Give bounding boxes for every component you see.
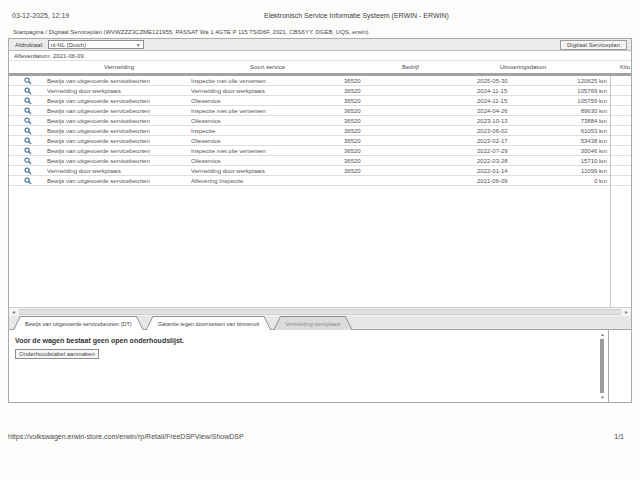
cell-km: 15710 km bbox=[569, 158, 631, 164]
vertical-scrollbar-thumb[interactable] bbox=[600, 339, 604, 393]
row-detail-button[interactable] bbox=[24, 166, 33, 175]
vertical-scrollbar[interactable]: ▲ ▼ bbox=[599, 333, 606, 399]
service-table-body: Bewijs van uitgevoerde servicebeurten In… bbox=[9, 76, 631, 307]
cell-datum: 2024-11-15 bbox=[477, 98, 569, 104]
cell-bedrijf: 36520 bbox=[344, 158, 477, 164]
row-detail-button[interactable] bbox=[24, 146, 33, 155]
delivery-date-value: 2021-06-09 bbox=[53, 53, 84, 59]
row-detail-button[interactable] bbox=[24, 156, 33, 165]
cell-bedrijf: 36520 bbox=[344, 168, 477, 174]
cell-bedrijf: 36520 bbox=[344, 78, 477, 84]
row-detail-button[interactable] bbox=[24, 126, 33, 135]
magnifier-icon bbox=[24, 87, 32, 95]
cell-datum: 2024-04-26 bbox=[477, 108, 569, 114]
cell-bedrijf: 36520 bbox=[344, 88, 477, 94]
table-row: Vermelding door werkplaats Vermelding do… bbox=[9, 86, 631, 96]
cell-km: 0 km bbox=[569, 178, 631, 184]
language-select[interactable]: nl-NL (Dutch) ▼ bbox=[48, 40, 144, 49]
language-select-value: nl-NL (Dutch) bbox=[51, 42, 86, 48]
tab-vermelding-werkplaats[interactable]: Vermelding werkplaats bbox=[273, 316, 352, 330]
cell-vermelding: Bewijs van uitgevoerde servicebeurten bbox=[47, 108, 191, 114]
cell-km: 30046 km bbox=[569, 148, 631, 154]
horizontal-scrollbar-thumb[interactable] bbox=[19, 309, 621, 315]
scroll-right-arrow-icon[interactable]: ► bbox=[624, 309, 629, 316]
cell-km: 11099 km bbox=[569, 168, 631, 174]
magnifier-icon bbox=[24, 107, 32, 115]
table-row: Bewijs van uitgevoerde servicebeurten In… bbox=[9, 126, 631, 136]
cell-vermelding: Bewijs van uitgevoerde servicebeurten bbox=[47, 128, 191, 134]
magnifier-icon bbox=[24, 147, 32, 155]
cell-datum: 2022-07-29 bbox=[477, 148, 569, 154]
serviceplan-frame: Afdruktaal: nl-NL (Dutch) ▼ Digitaal Ser… bbox=[8, 38, 632, 403]
cell-datum: 2023-02-17 bbox=[477, 138, 569, 144]
delivery-date-label: Afleverdatum: bbox=[14, 53, 51, 59]
row-detail-button[interactable] bbox=[24, 86, 33, 95]
cell-datum: 2025-05-30 bbox=[477, 78, 569, 84]
column-header-bedrijf: Bedrijf bbox=[344, 64, 477, 70]
horizontal-scrollbar[interactable]: ◄ ► bbox=[9, 307, 631, 316]
cell-vermelding: Bewijs van uitgevoerde servicebeurten bbox=[47, 118, 191, 124]
table-row: Bewijs van uitgevoerde servicebeurten Ol… bbox=[9, 156, 631, 166]
cell-km: 120625 km bbox=[569, 78, 631, 84]
column-header-soort-service: Soort service bbox=[191, 64, 344, 70]
chevron-down-icon: ▼ bbox=[136, 42, 141, 48]
page-number: 1/1 bbox=[614, 433, 624, 440]
cell-vermelding: Bewijs van uitgevoerde servicebeurten bbox=[47, 138, 191, 144]
table-header-row: Vermelding Soort service Bedrijf Uitvoer… bbox=[9, 61, 631, 76]
language-label: Afdruktaal: bbox=[15, 42, 44, 48]
cell-soort: Vermelding door werkplaats bbox=[191, 88, 344, 94]
cell-datum: 2021-06-09 bbox=[477, 178, 569, 184]
row-detail-button[interactable] bbox=[24, 136, 33, 145]
cell-bedrijf: 36520 bbox=[344, 138, 477, 144]
table-row: Bewijs van uitgevoerde servicebeurten Ol… bbox=[9, 116, 631, 126]
cell-vermelding: Bewijs van uitgevoerde servicebeurten bbox=[47, 158, 191, 164]
scroll-up-arrow-icon[interactable]: ▲ bbox=[599, 332, 606, 337]
table-row: Bewijs van uitgevoerde servicebeurten Ol… bbox=[9, 136, 631, 146]
row-detail-button[interactable] bbox=[24, 106, 33, 115]
cell-km: 53438 km bbox=[569, 138, 631, 144]
table-row: Bewijs van uitgevoerde servicebeurten Af… bbox=[9, 176, 631, 186]
cell-datum: 2023-10-13 bbox=[477, 118, 569, 124]
cell-vermelding: Bewijs van uitgevoerde servicebeurten bbox=[47, 78, 191, 84]
table-rows: Bewijs van uitgevoerde servicebeurten In… bbox=[9, 76, 631, 186]
create-maintenance-table-button[interactable]: Onderhoudstabel aanmaken bbox=[15, 349, 99, 359]
scroll-left-arrow-icon[interactable]: ◄ bbox=[11, 309, 16, 316]
row-detail-button[interactable] bbox=[24, 176, 33, 185]
table-row: Bewijs van uitgevoerde servicebeurten In… bbox=[9, 146, 631, 156]
tab-garantie-doorroesten[interactable]: Garantie tegen doorroesten van binnenuit bbox=[146, 316, 272, 330]
cell-soort: Aflevering Inspectie bbox=[191, 178, 344, 184]
table-right-border bbox=[610, 76, 611, 307]
scroll-down-arrow-icon[interactable]: ▼ bbox=[599, 395, 606, 400]
cell-vermelding: Vermelding door werkplaats bbox=[47, 88, 191, 94]
breadcrumb[interactable]: Startpagina / Digitaal Serviceplan (WVWZ… bbox=[13, 29, 368, 35]
table-row: Vermelding door werkplaats Vermelding do… bbox=[9, 166, 631, 176]
table-row: Bewijs van uitgevoerde servicebeurten Ol… bbox=[9, 96, 631, 106]
cell-soort: Inspectie bbox=[191, 128, 344, 134]
cell-soort: Olieservice bbox=[191, 118, 344, 124]
cell-km: 73884 km bbox=[569, 118, 631, 124]
cell-km: 89630 km bbox=[569, 108, 631, 114]
row-detail-button[interactable] bbox=[24, 96, 33, 105]
row-detail-button[interactable] bbox=[24, 76, 33, 85]
magnifier-icon bbox=[24, 77, 32, 85]
magnifier-icon bbox=[24, 167, 32, 175]
cell-bedrijf: 36520 bbox=[344, 128, 477, 134]
no-open-maintenance-message: Voor de wagen bestaat geen open onderhou… bbox=[15, 337, 184, 344]
magnifier-icon bbox=[24, 117, 32, 125]
cell-datum: 2022-03-28 bbox=[477, 158, 569, 164]
cell-vermelding: Bewijs van uitgevoerde servicebeurten bbox=[47, 148, 191, 154]
delivery-date-row: Afleverdatum: 2021-06-09 bbox=[9, 51, 631, 61]
cell-soort: Vermelding door werkplaats bbox=[191, 168, 344, 174]
cell-datum: 2022-01-14 bbox=[477, 168, 569, 174]
tab-bewijs-servicebeurten[interactable]: Bewijs van uitgevoerde servicebeurten (D… bbox=[13, 316, 144, 330]
digitaal-serviceplan-button[interactable]: Digitaal Serviceplan bbox=[560, 40, 627, 50]
cell-km: 61053 km bbox=[569, 128, 631, 134]
cell-vermelding: Bewijs van uitgevoerde servicebeurten bbox=[47, 178, 191, 184]
column-header-uitvoeringsdatum: Uitvoeringsdatum bbox=[477, 64, 569, 70]
column-header-kilometerstand: Kilo bbox=[569, 64, 631, 70]
magnifier-icon bbox=[24, 127, 32, 135]
column-header-vermelding: Vermelding bbox=[47, 64, 191, 70]
row-detail-button[interactable] bbox=[24, 116, 33, 125]
magnifier-icon bbox=[24, 157, 32, 165]
print-language-toolbar: Afdruktaal: nl-NL (Dutch) ▼ Digitaal Ser… bbox=[9, 39, 631, 51]
